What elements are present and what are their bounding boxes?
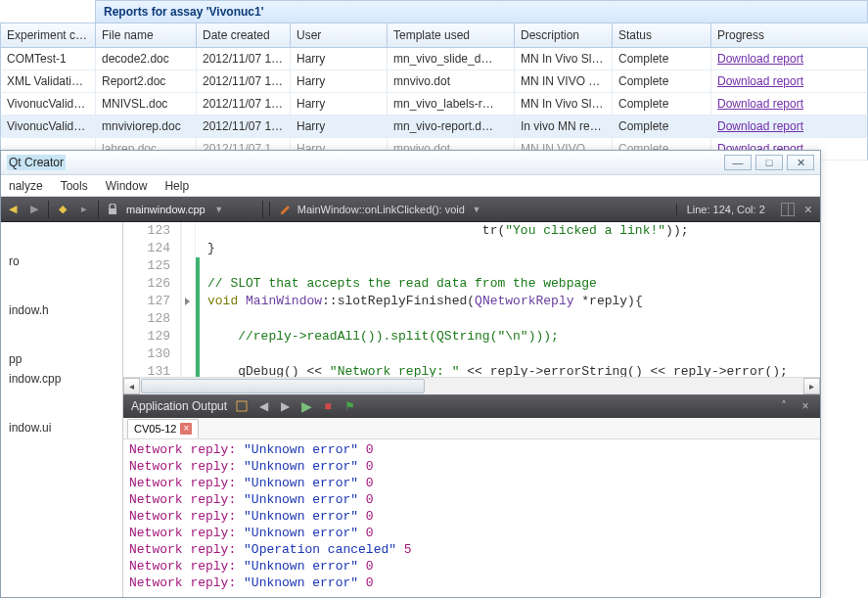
menu-help[interactable]: Help [164,179,189,193]
table-cell[interactable]: MN In Vivo Slide … [514,93,612,115]
table-cell[interactable]: Complete [612,115,710,138]
code-line[interactable]: 125 [123,257,820,275]
fold-gutter[interactable] [182,310,196,328]
code-line[interactable]: 127void MainWindow::slotReplyFinished(QN… [123,293,820,310]
code-line[interactable]: 124} [123,240,820,257]
table-cell[interactable]: Download report [710,93,868,115]
table-cell[interactable]: Download report [710,48,868,70]
table-cell[interactable]: VivonucValidFem… [0,115,95,138]
table-cell[interactable]: Harry [290,93,387,115]
sidebar-item[interactable]: indow.cpp [1,369,122,389]
table-cell[interactable]: COMTest-1 [0,48,95,70]
back-icon[interactable]: ◀ [5,202,21,217]
fold-gutter[interactable] [182,345,196,363]
code-editor[interactable]: 123 tr("You clicked a link!"));124}12512… [123,222,820,377]
column-header[interactable]: Date created [196,23,290,48]
next-icon[interactable]: ▶ [278,399,292,413]
table-cell[interactable]: Harry [290,70,387,93]
window-titlebar[interactable]: Qt Creator — □ ✕ [1,151,820,175]
column-header[interactable]: Template used [387,23,514,48]
download-report-link[interactable]: Download report [717,74,803,88]
table-cell[interactable]: mnvivo.dot [387,70,514,93]
table-cell[interactable]: mn_vivo_slide_d… [387,48,514,70]
menu-tools[interactable]: Tools [61,179,88,193]
current-file[interactable]: mainwindow.cpp [126,204,206,215]
split-icon[interactable] [781,203,795,216]
menu-window[interactable]: Window [106,179,148,193]
prev-icon[interactable]: ◀ [256,399,270,413]
sidebar-item[interactable]: ro [1,252,122,271]
fold-gutter[interactable] [182,257,196,275]
scroll-right-icon[interactable]: ▸ [803,378,820,394]
download-report-link[interactable]: Download report [717,119,803,133]
column-header[interactable]: Experiment code [0,23,95,48]
scroll-left-icon[interactable]: ◂ [123,378,140,394]
column-header[interactable]: Progress [710,23,868,48]
collapse-icon[interactable]: ˄ [777,399,791,413]
horizontal-scrollbar[interactable]: ◂ ▸ [123,377,820,394]
forward-icon[interactable]: ▶ [26,202,42,217]
breadcrumb[interactable]: MainWindow::onLinkClicked(): void [297,204,465,215]
diamond-icon[interactable]: ◆ [55,202,70,217]
table-cell[interactable]: Complete [612,48,710,70]
table-cell[interactable]: MN In Vivo Slide … [514,48,612,70]
output-tab[interactable]: CV05-12 × [127,419,199,438]
fold-gutter[interactable] [182,240,196,257]
download-report-link[interactable]: Download report [717,97,803,111]
scrollbar-thumb[interactable] [141,379,425,393]
flag-icon[interactable]: ⚑ [343,399,356,413]
table-cell[interactable]: VivonucValidNoVe… [0,93,95,115]
code-line[interactable]: 126// SLOT that accepts the read data fr… [123,275,820,293]
code-line[interactable]: 131 qDebug() << "Network reply: " << rep… [123,363,820,377]
stop-icon[interactable]: ■ [321,399,335,413]
code-line[interactable]: 123 tr("You clicked a link!")); [123,222,820,240]
table-cell[interactable]: Complete [612,70,710,93]
close-output-icon[interactable]: × [799,399,812,413]
table-cell[interactable]: Download report [710,115,868,138]
fold-gutter[interactable] [182,275,196,293]
code-line[interactable]: 130 [123,345,820,363]
table-cell[interactable]: Harry [290,115,387,138]
table-cell[interactable]: 2012/11/07 17:2… [196,70,290,93]
minimize-button[interactable]: — [724,155,752,170]
fold-gutter[interactable] [182,293,196,310]
close-tab-icon[interactable]: × [180,423,192,435]
play-icon[interactable]: ▶ [299,399,313,413]
code-line[interactable]: 128 [123,310,820,328]
fold-gutter[interactable] [182,328,196,345]
dropdown-icon[interactable]: ▼ [211,202,227,217]
sidebar-item[interactable]: pp [1,349,122,369]
table-cell[interactable]: In vivo MN report [514,115,612,138]
column-header[interactable]: File name [95,23,196,48]
table-cell[interactable]: Complete [612,93,710,115]
table-cell[interactable]: decode2.doc [95,48,196,70]
table-cell[interactable]: mnviviorep.doc [95,115,196,138]
table-cell[interactable]: mn_vivo_labels-r… [387,93,514,115]
table-cell[interactable]: 2012/11/07 17:3… [196,48,290,70]
table-cell[interactable]: Download report [710,70,868,93]
table-cell[interactable]: mn_vivo-report.d… [387,115,514,138]
column-header[interactable]: User [290,23,387,48]
close-editor-icon[interactable]: × [800,202,816,217]
table-cell[interactable]: MNIVSL.doc [95,93,196,115]
column-header[interactable]: Description [514,23,612,48]
fold-gutter[interactable] [182,363,196,377]
table-cell[interactable]: XML Validation-1 [0,70,95,93]
dropdown-icon[interactable]: ▼ [469,202,484,217]
download-report-link[interactable]: Download report [717,52,803,66]
table-cell[interactable]: MN IN VIVO REPO… [514,70,612,93]
output-body[interactable]: Network reply: "Unknown error" 0Network … [123,439,820,598]
table-cell[interactable]: 2012/11/07 14:2… [196,115,290,138]
table-cell[interactable]: Harry [290,48,387,70]
table-cell[interactable]: 2012/11/07 16:5… [196,93,290,115]
code-line[interactable]: 129 //reply->readAll()).split(QString("\… [123,328,820,345]
close-button[interactable]: ✕ [787,155,814,170]
menu-analyze[interactable]: nalyze [9,179,43,193]
maximize-button[interactable]: □ [755,155,783,170]
table-cell[interactable]: Report2.doc [95,70,196,93]
sidebar-item[interactable]: indow.h [1,300,122,320]
fold-gutter[interactable] [182,222,196,240]
clipboard-icon[interactable] [235,399,249,413]
column-header[interactable]: Status [612,23,710,48]
sidebar-item[interactable]: indow.ui [1,418,122,437]
